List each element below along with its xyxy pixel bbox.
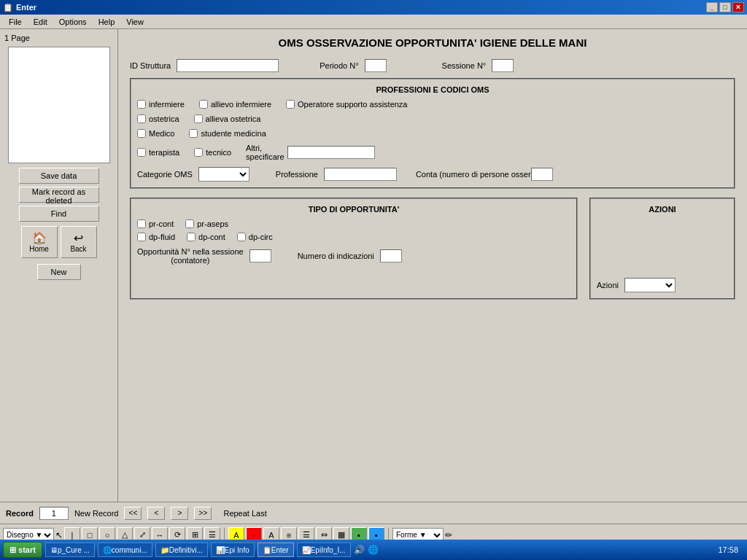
id-struttura-input[interactable] bbox=[177, 59, 279, 72]
professione-input[interactable] bbox=[324, 168, 397, 181]
conta-label: Conta (numero di persone osservate) bbox=[416, 170, 525, 179]
cb-pr-cont: pr-cont bbox=[137, 219, 174, 228]
menu-edit[interactable]: Edit bbox=[28, 16, 53, 28]
cb-operatore-label: Operatore supporto assistenza bbox=[298, 100, 407, 109]
close-button[interactable]: ✕ bbox=[732, 2, 744, 12]
cb-operatore: Operatore supporto assistenza bbox=[286, 100, 407, 109]
taskbar-label-4: Enter bbox=[271, 546, 289, 554]
content-area: OMS OSSERVAZIONE OPPORTUNITA' IGIENE DEL… bbox=[118, 29, 747, 502]
azioni-label: Azioni bbox=[597, 281, 619, 289]
menu-help[interactable]: Help bbox=[93, 16, 121, 28]
maximize-button[interactable]: □ bbox=[719, 2, 731, 12]
start-button[interactable]: ⊞ start bbox=[3, 542, 42, 558]
cb-infermiere: infermiere bbox=[137, 100, 185, 109]
page-preview bbox=[8, 47, 110, 163]
cb-studente-medicina: studente medicina bbox=[189, 129, 266, 138]
cb-dp-fluid-input[interactable] bbox=[137, 233, 146, 241]
record-input[interactable]: 1 bbox=[39, 507, 69, 520]
menu-options[interactable]: Options bbox=[53, 16, 93, 28]
cb-operatore-input[interactable] bbox=[286, 100, 295, 109]
cb-ostetrica-input[interactable] bbox=[137, 114, 146, 123]
nav-prev-button[interactable]: < bbox=[147, 507, 165, 520]
altri-input[interactable] bbox=[287, 146, 375, 159]
new-button[interactable]: New bbox=[37, 264, 81, 280]
title-bar: 📋 Enter _ □ ✕ bbox=[0, 0, 747, 15]
tray-icon-2: 🌐 bbox=[368, 545, 379, 555]
taskbar-item-3[interactable]: 📊 Epi Info bbox=[211, 542, 255, 557]
minimize-button[interactable]: _ bbox=[706, 2, 718, 12]
cb-dp-cont: dp-cont bbox=[187, 233, 225, 241]
opp-row: Opportunità N° nella sessione(contatore)… bbox=[137, 247, 570, 265]
cb-pr-aseps: pr-aseps bbox=[185, 219, 228, 228]
azioni-title: AZIONI bbox=[597, 205, 728, 214]
cb-dp-fluid-label: dp-fluid bbox=[149, 233, 175, 241]
cb-tecnico: tecnico bbox=[194, 148, 231, 157]
cb-pr-cont-input[interactable] bbox=[137, 219, 146, 228]
cb-dp-cont-input[interactable] bbox=[187, 233, 196, 241]
periodo-input[interactable] bbox=[365, 59, 387, 72]
find-button[interactable]: Find bbox=[19, 206, 99, 222]
num-ind-input[interactable] bbox=[380, 249, 402, 262]
taskbar-icon-1: 🌐 bbox=[103, 546, 112, 554]
cb-allievo-infermiere: allievo infermiere bbox=[199, 100, 271, 109]
cb-infermiere-input[interactable] bbox=[137, 100, 146, 109]
record-bar: Record 1 New Record << < > >> Repeat Las… bbox=[0, 502, 747, 524]
taskbar-item-0[interactable]: 🖥 p_Cure ... bbox=[45, 542, 95, 557]
professioni-section: PROFESSIONI E CODICI OMS infermiere alli… bbox=[130, 78, 735, 189]
home-icon: 🏠 bbox=[32, 231, 47, 245]
pencil-icon: ✏ bbox=[445, 530, 452, 540]
opp-label: Opportunità N° nella sessione(contatore) bbox=[137, 247, 244, 265]
sessione-input[interactable] bbox=[492, 59, 514, 72]
cb-medico-input[interactable] bbox=[137, 129, 146, 138]
tipo-opportunita-section: TIPO DI OPPORTUNITA' pr-cont pr-aseps dp… bbox=[130, 198, 578, 300]
save-data-button[interactable]: Save data bbox=[19, 168, 99, 184]
conta-input[interactable] bbox=[531, 168, 553, 181]
categorie-dropdown[interactable] bbox=[198, 167, 249, 182]
cb-dp-circ-input[interactable] bbox=[237, 233, 246, 241]
professioni-title: PROFESSIONI E CODICI OMS bbox=[137, 85, 728, 94]
nav-next-button[interactable]: > bbox=[171, 507, 188, 520]
menu-bar: File Edit Options Help View bbox=[0, 15, 747, 29]
cb-terapista-input[interactable] bbox=[137, 148, 146, 157]
back-button[interactable]: ↩ Back bbox=[61, 226, 97, 258]
cb-tecnico-input[interactable] bbox=[194, 148, 203, 157]
tipo-row1: pr-cont pr-aseps bbox=[137, 219, 570, 228]
cursor-icon: ↖ bbox=[55, 530, 63, 540]
id-struttura-label: ID Struttura bbox=[130, 61, 171, 70]
taskbar-icon-4: 📋 bbox=[263, 546, 271, 554]
clock: 17:58 bbox=[712, 545, 744, 554]
mark-deleted-button[interactable]: Mark record as deleted bbox=[19, 187, 99, 203]
cb-terapista-label: terapista bbox=[149, 148, 179, 157]
azioni-dropdown[interactable] bbox=[624, 278, 676, 292]
cb-studente-medicina-input[interactable] bbox=[189, 129, 198, 138]
cb-allievo-infermiere-input[interactable] bbox=[199, 100, 208, 109]
cb-allieva-ostetrica-input[interactable] bbox=[194, 114, 203, 123]
taskbar-item-2[interactable]: 📁 Definitivi... bbox=[155, 542, 208, 557]
nav-first-button[interactable]: << bbox=[124, 507, 142, 520]
periodo-label: Periodo N° bbox=[320, 61, 358, 70]
home-label: Home bbox=[29, 245, 49, 253]
azioni-section: AZIONI Azioni bbox=[589, 198, 735, 300]
back-label: Back bbox=[70, 245, 86, 253]
menu-view[interactable]: View bbox=[120, 16, 150, 28]
cb-pr-aseps-input[interactable] bbox=[185, 219, 194, 228]
app-icon: 📋 bbox=[3, 3, 13, 12]
taskbar-label-0: p_Cure ... bbox=[58, 546, 90, 554]
cb-tecnico-label: tecnico bbox=[206, 148, 231, 157]
cb-terapista: terapista bbox=[137, 148, 179, 157]
altri-group: Altri,specificare bbox=[246, 144, 375, 161]
taskbar-item-5[interactable]: 📈 EpiInfo_I... bbox=[297, 542, 351, 557]
menu-file[interactable]: File bbox=[3, 16, 28, 28]
home-button[interactable]: 🏠 Home bbox=[21, 226, 58, 258]
taskbar-icon-3: 📊 bbox=[216, 546, 225, 554]
cb-pr-cont-label: pr-cont bbox=[149, 219, 174, 228]
categorie-row: Categorie OMS Professione Conta (numero … bbox=[137, 167, 728, 182]
nav-last-button[interactable]: >> bbox=[194, 507, 212, 520]
opp-input[interactable] bbox=[249, 249, 271, 262]
start-label: start bbox=[18, 545, 36, 554]
main-layout: 1 Page Save data Mark record as deleted … bbox=[0, 29, 747, 502]
taskbar-icon-5: 📈 bbox=[302, 546, 311, 554]
taskbar-item-4[interactable]: 📋 Enter bbox=[258, 542, 294, 557]
cb-pr-aseps-label: pr-aseps bbox=[197, 219, 228, 228]
taskbar-item-1[interactable]: 🌐 communi... bbox=[98, 542, 152, 557]
